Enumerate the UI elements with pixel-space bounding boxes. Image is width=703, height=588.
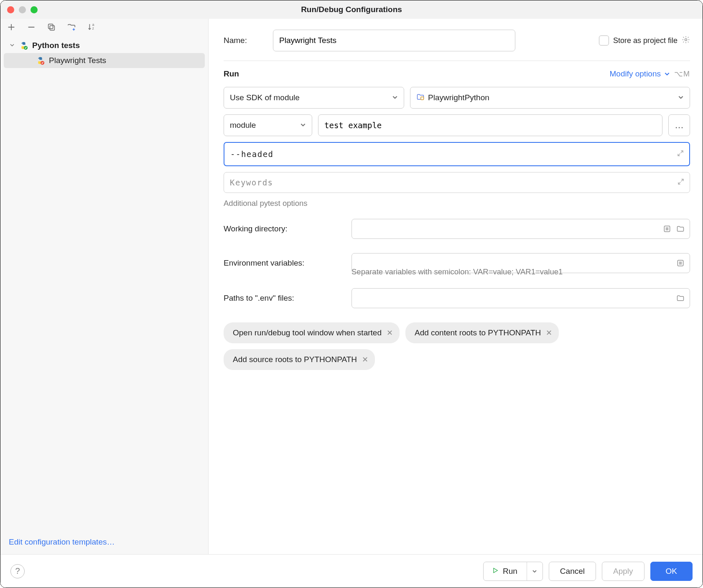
tree-item-playwright-tests[interactable]: Playwright Tests <box>4 53 205 68</box>
cancel-button-label: Cancel <box>560 567 585 576</box>
name-label: Name: <box>224 36 265 45</box>
module-select-value: PlaywrightPython <box>428 93 489 102</box>
run-button-label: Run <box>503 567 517 576</box>
arguments-input[interactable]: --headed <box>224 142 690 166</box>
chip-source-roots[interactable]: Add source roots to PYTHONPATH ✕ <box>224 349 375 370</box>
name-row: Name: Store as project file <box>224 30 690 51</box>
dialog-title: Run/Debug Configurations <box>0 5 703 14</box>
browse-target-button[interactable]: … <box>668 114 690 136</box>
working-dir-label: Working directory: <box>224 224 344 233</box>
edit-templates-link[interactable]: Edit configuration templates… <box>9 537 115 546</box>
dialog-window: Run/Debug Configurations az <box>0 0 703 588</box>
sidebar-footer: Edit configuration templates… <box>0 532 208 554</box>
option-chips: Open run/debug tool window when started … <box>224 322 690 370</box>
help-button[interactable]: ? <box>10 564 25 578</box>
folder-icon[interactable] <box>675 293 685 303</box>
cancel-button[interactable]: Cancel <box>549 562 596 581</box>
run-section-header: Run Modify options ⌥M <box>224 69 690 79</box>
close-icon[interactable]: ✕ <box>387 328 393 337</box>
folder-icon[interactable] <box>675 224 685 234</box>
modify-options-link[interactable]: Modify options <box>609 69 670 79</box>
expand-field-icon[interactable] <box>677 178 685 187</box>
target-type-value: module <box>230 121 256 130</box>
tree-group-label: Python tests <box>32 41 80 50</box>
folder-add-icon[interactable] <box>66 22 76 32</box>
run-split-button[interactable] <box>527 562 543 580</box>
module-folder-icon <box>416 93 425 103</box>
ok-button-label: OK <box>666 567 677 576</box>
chip-open-tool-window[interactable]: Open run/debug tool window when started … <box>224 322 400 343</box>
keywords-input[interactable]: Keywords <box>224 172 690 193</box>
keywords-placeholder: Keywords <box>230 178 273 187</box>
chevron-down-icon <box>10 42 16 49</box>
store-checkbox[interactable] <box>599 35 609 46</box>
titlebar: Run/Debug Configurations <box>0 0 703 19</box>
module-select[interactable]: PlaywrightPython <box>410 87 690 109</box>
chip-label: Add content roots to PYTHONPATH <box>415 328 541 337</box>
env-files-label: Paths to ".env" files: <box>224 294 344 303</box>
run-triangle-icon <box>492 567 499 576</box>
python-tests-icon <box>19 41 28 50</box>
working-dir-input-wrap <box>352 219 690 239</box>
sdk-select[interactable]: Use SDK of module <box>224 87 404 109</box>
svg-point-6 <box>685 38 687 41</box>
chevron-down-icon <box>678 93 684 102</box>
additional-options-hint: Additional pytest options <box>224 199 690 208</box>
copy-config-icon[interactable] <box>46 22 56 32</box>
apply-button[interactable]: Apply <box>602 562 644 581</box>
chip-label: Add source roots to PYTHONPATH <box>233 355 357 364</box>
target-type-select[interactable]: module <box>224 114 312 136</box>
main-panel: Name: Store as project file Run Modify o… <box>209 19 703 554</box>
chip-content-roots[interactable]: Add content roots to PYTHONPATH ✕ <box>405 322 559 343</box>
apply-button-label: Apply <box>613 567 633 576</box>
chevron-down-icon <box>392 93 398 102</box>
svg-rect-0 <box>50 25 54 30</box>
tree-item-label: Playwright Tests <box>49 56 106 65</box>
python-tests-icon <box>36 56 45 65</box>
gear-icon[interactable] <box>682 35 690 46</box>
target-input[interactable] <box>318 114 662 136</box>
env-files-input[interactable] <box>358 289 672 308</box>
expand-field-icon[interactable] <box>677 150 684 159</box>
tree-group-python-tests[interactable]: Python tests <box>0 38 208 53</box>
close-icon[interactable]: ✕ <box>362 355 368 364</box>
svg-text:z: z <box>92 27 94 30</box>
arguments-value: --headed <box>230 150 274 159</box>
modify-options-label: Modify options <box>609 69 661 79</box>
config-tree: Python tests Playwright Tests <box>0 35 208 532</box>
sdk-select-value: Use SDK of module <box>230 93 300 102</box>
dialog-footer: ? Run Cancel Apply OK <box>0 554 703 588</box>
list-icon[interactable] <box>675 258 685 268</box>
sort-icon[interactable]: az <box>87 22 97 32</box>
chip-label: Open run/debug tool window when started <box>233 328 382 337</box>
svg-text:a: a <box>92 23 94 27</box>
sidebar: az Python tests Playwrig <box>0 19 209 554</box>
chevron-down-icon <box>300 121 306 130</box>
working-dir-input[interactable] <box>358 219 659 238</box>
store-label: Store as project file <box>613 36 678 45</box>
run-button[interactable]: Run <box>483 562 543 581</box>
run-section-title: Run <box>224 69 239 79</box>
modify-shortcut-hint: ⌥M <box>674 69 690 79</box>
close-icon[interactable]: ✕ <box>546 328 552 337</box>
sidebar-toolbar: az <box>0 19 208 35</box>
add-config-icon[interactable] <box>6 22 16 32</box>
env-files-input-wrap <box>352 288 690 308</box>
svg-rect-7 <box>421 97 424 100</box>
env-vars-label: Environment variables: <box>224 259 344 268</box>
ok-button[interactable]: OK <box>650 562 693 581</box>
chevron-down-icon <box>664 71 670 77</box>
store-as-project-file[interactable]: Store as project file <box>599 35 690 46</box>
list-icon[interactable] <box>662 224 672 234</box>
divider <box>224 61 690 61</box>
remove-config-icon[interactable] <box>26 22 36 32</box>
svg-rect-1 <box>48 24 53 29</box>
name-input[interactable] <box>273 30 515 51</box>
